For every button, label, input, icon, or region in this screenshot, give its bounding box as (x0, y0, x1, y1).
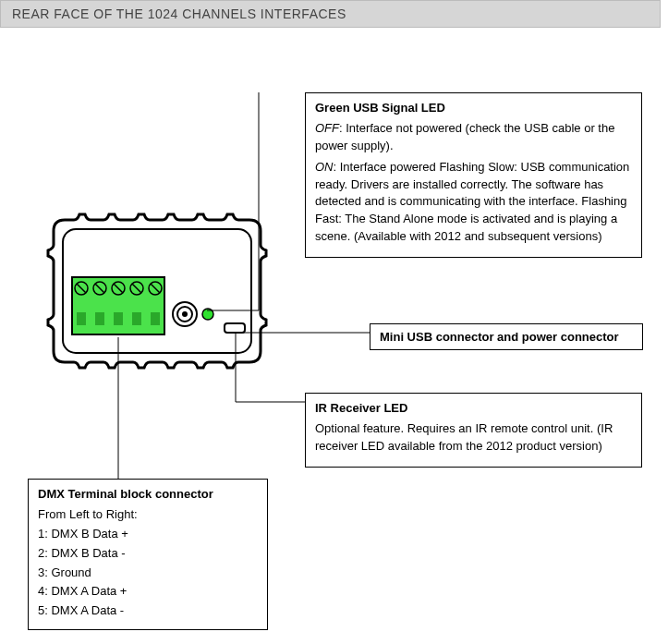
svg-rect-14 (114, 312, 123, 325)
pin-row: 1: DMX B Data + (38, 526, 258, 543)
svg-point-19 (182, 311, 188, 317)
svg-rect-13 (95, 312, 104, 325)
diagram-canvas: Green USB Signal LED OFF: Interface not … (0, 28, 668, 638)
callout-title: IR Receiver LED (315, 401, 632, 415)
device-illustration (37, 203, 277, 388)
pin-intro: From Left to Right: (38, 506, 258, 524)
callout-text: Optional feature. Requires an IR remote … (315, 420, 632, 456)
callout-line-off: OFF: Interface not powered (check the US… (315, 120, 632, 155)
header-bar: REAR FACE OF THE 1024 CHANNELS INTERFACE… (0, 0, 661, 28)
mini-usb-icon (225, 323, 245, 333)
callout-title: Mini USB connector and power connector (380, 330, 633, 344)
pin-row: 3: Ground (38, 565, 258, 582)
callout-green-usb-led: Green USB Signal LED OFF: Interface not … (305, 92, 642, 258)
svg-rect-16 (151, 312, 160, 325)
callout-mini-usb: Mini USB connector and power connector (370, 323, 643, 350)
svg-rect-1 (72, 277, 164, 334)
state-off-text: : Interface not powered (check the USB c… (315, 121, 614, 152)
pin-row: 2: DMX B Data - (38, 545, 258, 563)
state-on-label: ON (315, 160, 334, 174)
svg-rect-12 (77, 312, 86, 325)
state-off-label: OFF (315, 121, 339, 135)
callout-title: DMX Terminal block connector (38, 487, 258, 501)
page-title: REAR FACE OF THE 1024 CHANNELS INTERFACE… (12, 6, 346, 21)
callout-dmx-terminal: DMX Terminal block connector From Left t… (28, 479, 268, 630)
callout-line-on: ON: Interface powered Flashing Slow: USB… (315, 159, 632, 246)
state-on-text: : Interface powered Flashing Slow: USB c… (315, 160, 629, 243)
svg-rect-15 (132, 312, 141, 325)
callout-title: Green USB Signal LED (315, 101, 632, 115)
green-led-icon (202, 309, 213, 320)
callout-ir-led: IR Receiver LED Optional feature. Requir… (305, 393, 642, 468)
pin-row: 4: DMX A Data + (38, 583, 258, 601)
pin-row: 5: DMX A Data - (38, 602, 258, 620)
